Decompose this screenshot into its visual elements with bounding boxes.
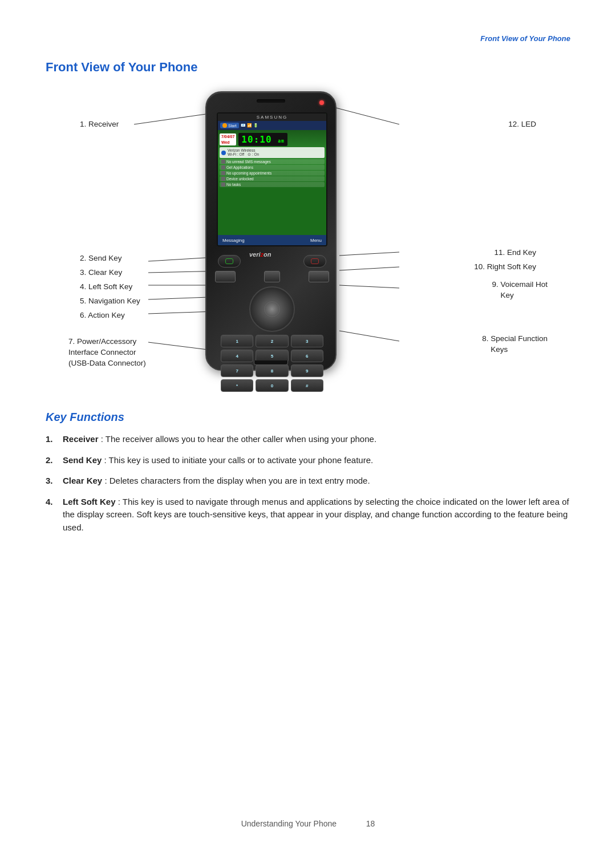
key-4: 4 (221, 350, 253, 362)
label-end-key: 11. End Key (494, 248, 536, 257)
key-name-4: Left Soft Key (63, 497, 116, 506)
label-left-soft-key: 4. Left Soft Key (80, 282, 132, 291)
screen-taskbar: Start 📧 📶 🔋 (218, 121, 326, 130)
carrier-name: Verizon Wireless (228, 148, 259, 152)
list-item-2: 2. Send Key : This key is used to initia… (46, 454, 570, 467)
key-6: 6 (291, 350, 323, 362)
page-header-label: Front View of Your Phone (480, 34, 570, 43)
phone-body: SAMSUNG Start 📧 📶 🔋 7/04/07 Wed (205, 91, 337, 371)
label-special-functions: 8. Special Function Keys (482, 334, 548, 355)
time-value: 10:10 (241, 134, 271, 145)
svg-line-11 (339, 331, 399, 341)
diagram-area: SAMSUNG Start 📧 📶 🔋 7/04/07 Wed (34, 80, 582, 399)
device-text: Device unlocked (226, 177, 254, 181)
bt-status: ⊙ : On (248, 152, 259, 157)
key-desc-1: : The receiver allows you to hear the ot… (101, 434, 376, 444)
phone-left-soft-key (215, 271, 236, 282)
appt-icon (221, 171, 225, 175)
phone-voicemail-key (309, 271, 329, 282)
label-power-connector: 7. Power/AccessoryInterface Connector(US… (68, 337, 146, 369)
key-hash: # (291, 379, 323, 392)
label-action-key: 6. Action Key (80, 311, 125, 319)
screen-start-btn: Start (220, 123, 239, 128)
device-icon (221, 177, 225, 181)
screen-apps-row: Get Applications (220, 165, 325, 170)
key-desc-3: : Deletes characters from the display wh… (104, 476, 370, 485)
list-item-1: 1. Receiver : The receiver allows you to… (46, 433, 570, 446)
start-icon (222, 123, 227, 128)
list-item-3: 3. Clear Key : Deletes characters from t… (46, 475, 570, 488)
appt-text: No upcoming appointments (226, 171, 271, 175)
list-item-4: 4. Left Soft Key : This key is used to n… (46, 496, 570, 534)
key-3: 3 (291, 335, 323, 347)
screen-appointments-row: No upcoming appointments (220, 171, 325, 176)
screen-carrier-row: Verizon Wireless Wi-Fi : Off ⊙ : On (220, 147, 325, 158)
phone-screen: SAMSUNG Start 📧 📶 🔋 7/04/07 Wed (217, 112, 327, 246)
page-title: Front View of Your Phone (46, 60, 197, 75)
start-label: Start (228, 124, 237, 128)
screen-sms-row: No unread SMS messages (220, 159, 325, 164)
phone-speaker (257, 99, 285, 103)
key-2: 2 (256, 335, 288, 347)
label-led: 12. LED (508, 120, 536, 128)
label-nav-key: 5. Navigation Key (80, 297, 140, 305)
key-desc-2: : This key is used to initiate your call… (104, 455, 374, 465)
tasks-icon (221, 183, 225, 187)
messaging-btn: Messaging (222, 238, 245, 243)
phone-soft-keys-row (212, 271, 332, 282)
label-receiver: 1. Receiver (80, 120, 119, 128)
item-number-4: 4. (46, 496, 53, 509)
phone-clear-key (264, 271, 280, 282)
key-8: 8 (256, 364, 288, 377)
wifi-status: Wi-Fi : Off (228, 152, 244, 157)
svg-line-10 (339, 285, 399, 288)
screen-device-row: Device unlocked (220, 176, 325, 181)
phone-send-key (218, 255, 241, 268)
screen-time-box: 10:10 am (238, 133, 287, 146)
phone-led (319, 100, 324, 105)
screen-date-box: 7/04/07 Wed (220, 133, 236, 145)
ampm-value: am (278, 139, 285, 144)
page-number: 18 (366, 819, 375, 828)
day-value: Wed (221, 140, 234, 145)
label-voicemail: 9. Voicemail Hot Key (492, 279, 548, 301)
item-number-3: 3. (46, 475, 53, 488)
key-name-3: Clear Key (63, 476, 102, 485)
key-7: 7 (221, 364, 253, 377)
key-functions-list: 1. Receiver : The receiver allows you to… (46, 433, 570, 534)
carrier-icon (221, 151, 226, 155)
phone-action-key (264, 301, 280, 317)
screen-content: 7/04/07 Wed 10:10 am Verizon Wireless (218, 130, 326, 189)
end-icon (311, 258, 319, 264)
screen-bottom-bar: Messaging Menu (218, 235, 326, 245)
label-send-key: 2. Send Key (80, 254, 122, 262)
key-0: 0 (256, 379, 288, 392)
footer-text: Understanding Your Phone (241, 819, 337, 828)
key-desc-4: : This key is used to navigate through m… (63, 497, 569, 532)
apps-icon (221, 165, 225, 169)
menu-btn: Menu (310, 238, 322, 243)
svg-line-8 (339, 252, 399, 256)
label-right-soft-key: 10. Right Soft Key (474, 262, 536, 271)
item-number-1: 1. (46, 433, 53, 446)
key-functions-section: Key Functions 1. Receiver : The receiver… (46, 411, 570, 542)
phone-nav-cluster (249, 286, 295, 332)
sms-text: No unread SMS messages (226, 160, 271, 164)
label-clear-key: 3. Clear Key (80, 268, 122, 277)
key-star: * (221, 379, 253, 392)
apps-text: Get Applications (226, 165, 253, 169)
phone-keys-area: 1 2 3 4 5 6 7 8 9 * 0 # (212, 255, 332, 360)
date-value: 7/04/07 (221, 134, 234, 139)
screen-samsung-label: SAMSUNG (218, 114, 326, 121)
tasks-text: No tasks (226, 183, 241, 187)
key-9: 9 (291, 364, 323, 377)
phone-connector (254, 360, 288, 365)
key-name-1: Receiver (63, 434, 99, 444)
item-number-2: 2. (46, 454, 53, 467)
sms-icon (221, 160, 225, 164)
key-functions-title: Key Functions (46, 411, 570, 424)
phone-end-key (303, 255, 326, 268)
screen-datetime-row: 7/04/07 Wed 10:10 am (220, 133, 325, 146)
key-name-2: Send Key (63, 455, 102, 465)
key-1: 1 (221, 335, 253, 347)
